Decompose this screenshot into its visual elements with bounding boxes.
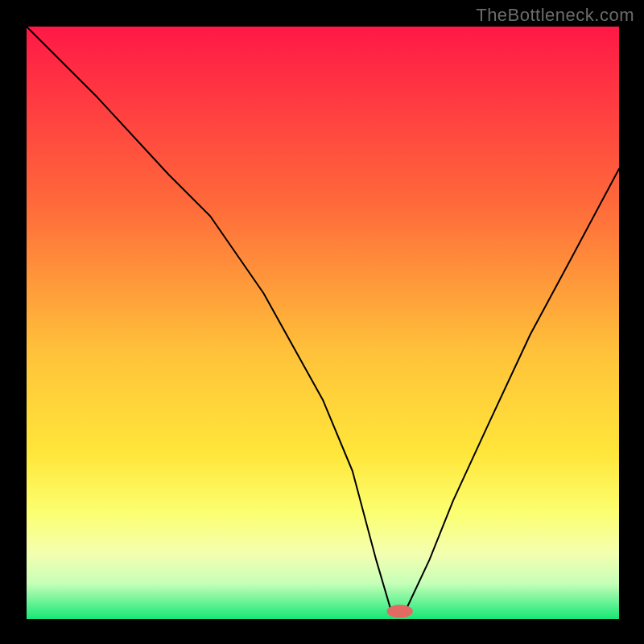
plot-area: [27, 27, 619, 619]
gradient-background: [27, 27, 619, 619]
chart-frame: TheBottleneck.com: [0, 0, 644, 644]
attribution-text: TheBottleneck.com: [476, 5, 634, 26]
chart-svg: [27, 27, 619, 619]
optimal-point-marker: [386, 605, 412, 617]
